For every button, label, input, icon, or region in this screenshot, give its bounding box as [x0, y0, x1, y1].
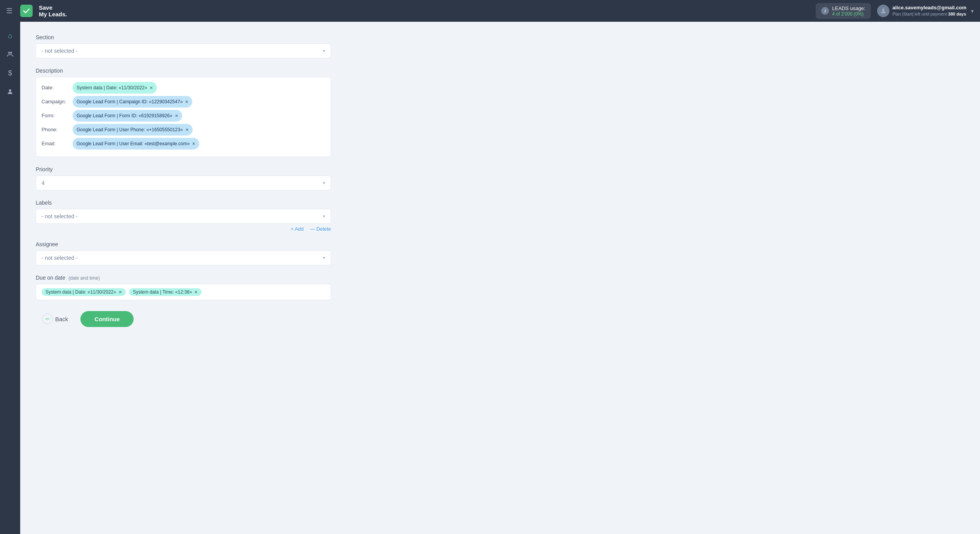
priority-value: 4: [42, 180, 45, 186]
description-label: Description: [36, 68, 331, 74]
labels-delete-button[interactable]: — Delete: [310, 226, 331, 232]
description-field-group: Description Date: System data | Date: «1…: [36, 68, 331, 157]
desc-prefix-form: Form:: [42, 111, 70, 121]
tag-due-time[interactable]: System data | Time: «12:38» ✕: [129, 288, 202, 296]
due-date-sublabel: (date and time): [68, 275, 100, 281]
pencil-icon: ✏: [42, 313, 53, 324]
sidebar: ⌂ $: [0, 22, 20, 534]
labels-placeholder: - not selected -: [42, 213, 78, 219]
tag-google-phone[interactable]: Google Lead Form | User Phone: «+1650555…: [73, 124, 193, 136]
labels-select[interactable]: - not selected - ▾: [36, 209, 331, 224]
main-content: Section - not selected - ▾ Description D…: [20, 22, 980, 534]
priority-label: Priority: [36, 166, 331, 172]
assignee-select[interactable]: - not selected - ▾: [36, 250, 331, 265]
assignee-chevron-icon: ▾: [323, 255, 325, 261]
labels-chevron-icon: ▾: [323, 214, 325, 219]
labels-actions: + Add — Delete: [36, 226, 331, 232]
svg-point-2: [10, 52, 12, 53]
sidebar-item-home[interactable]: ⌂: [2, 28, 18, 43]
brand-logo: [20, 5, 33, 17]
sidebar-item-connections[interactable]: [2, 47, 18, 62]
leads-usage-count: 4 of 2'000 (0%): [832, 11, 865, 17]
desc-row-date: Date: System data | Date: «11/30/2022» ✕: [42, 82, 325, 94]
assignee-field-group: Assignee - not selected - ▾: [36, 241, 331, 265]
desc-prefix-campaign: Campaign:: [42, 97, 70, 107]
leads-usage-label: LEADS usage:: [832, 5, 865, 11]
sidebar-item-billing[interactable]: $: [2, 65, 18, 81]
tag-google-campaign[interactable]: Google Lead Form | Campaign ID: «1229034…: [73, 96, 192, 108]
desc-row-phone: Phone: Google Lead Form | User Phone: «+…: [42, 124, 325, 136]
app-body: ⌂ $ Section - not selected - ▾: [0, 22, 980, 534]
priority-chevron-icon: ▾: [323, 180, 325, 186]
continue-button[interactable]: Continue: [80, 311, 134, 327]
form-container: Section - not selected - ▾ Description D…: [36, 34, 331, 328]
tag-remove-icon[interactable]: ✕: [175, 111, 178, 120]
assignee-label: Assignee: [36, 241, 331, 247]
tag-remove-icon[interactable]: ✕: [192, 139, 195, 148]
topnav: ☰ SaveMy Leads. i LEADS usage: 4 of 2'00…: [0, 0, 980, 22]
due-date-label: Due on date (date and time): [36, 275, 331, 281]
section-chevron-icon: ▾: [323, 48, 325, 54]
tag-remove-icon[interactable]: ✕: [194, 290, 198, 295]
section-label: Section: [36, 34, 331, 40]
section-field-group: Section - not selected - ▾: [36, 34, 331, 58]
tag-remove-icon[interactable]: ✕: [185, 97, 188, 106]
tag-google-form[interactable]: Google Lead Form | Form ID: «61929158926…: [73, 110, 182, 122]
footer-actions: ✏ Back Continue: [36, 310, 331, 328]
description-box[interactable]: Date: System data | Date: «11/30/2022» ✕…: [36, 77, 331, 157]
svg-point-1: [9, 52, 10, 53]
due-date-tags-row[interactable]: System data | Date: «11/30/2022» ✕ Syste…: [36, 284, 331, 300]
hamburger-icon[interactable]: ☰: [6, 7, 12, 15]
svg-point-0: [882, 9, 884, 11]
labels-add-button[interactable]: + Add: [291, 226, 304, 232]
desc-row-email: Email: Google Lead Form | User Email: «t…: [42, 138, 325, 150]
info-icon: i: [821, 7, 829, 15]
user-email: alice.savemyleads@gmail.com: [893, 5, 966, 11]
user-plan: Plan |Start| left until payment 380 days: [893, 11, 966, 17]
brand-name: SaveMy Leads.: [39, 4, 67, 17]
section-select[interactable]: - not selected - ▾: [36, 43, 331, 58]
tag-system-date[interactable]: System data | Date: «11/30/2022» ✕: [73, 82, 157, 94]
assignee-placeholder: - not selected -: [42, 255, 78, 261]
due-date-field-group: Due on date (date and time) System data …: [36, 275, 331, 300]
priority-select[interactable]: 4 ▾: [36, 176, 331, 190]
user-dropdown-chevron[interactable]: ▾: [971, 8, 974, 14]
desc-prefix-date: Date:: [42, 83, 70, 93]
priority-field-group: Priority 4 ▾: [36, 166, 331, 190]
tag-remove-icon[interactable]: ✕: [150, 83, 153, 92]
labels-field-group: Labels - not selected - ▾ + Add — Delete: [36, 200, 331, 232]
desc-row-form: Form: Google Lead Form | Form ID: «61929…: [42, 110, 325, 122]
section-placeholder: - not selected -: [42, 48, 78, 54]
leads-usage-widget: i LEADS usage: 4 of 2'000 (0%): [816, 3, 870, 19]
tag-remove-icon[interactable]: ✕: [118, 290, 122, 295]
user-info-widget: alice.savemyleads@gmail.com Plan |Start|…: [877, 5, 974, 17]
sidebar-item-account[interactable]: [2, 84, 18, 99]
labels-label: Labels: [36, 200, 331, 206]
tag-google-email[interactable]: Google Lead Form | User Email: «test@exa…: [73, 138, 199, 150]
tag-due-date[interactable]: System data | Date: «11/30/2022» ✕: [42, 288, 126, 296]
desc-row-campaign: Campaign: Google Lead Form | Campaign ID…: [42, 96, 325, 108]
back-button[interactable]: ✏ Back: [36, 310, 74, 328]
avatar: [877, 5, 889, 17]
tag-remove-icon[interactable]: ✕: [185, 125, 189, 134]
svg-point-3: [9, 89, 11, 92]
desc-prefix-email: Email:: [42, 139, 70, 149]
desc-prefix-phone: Phone:: [42, 125, 70, 135]
